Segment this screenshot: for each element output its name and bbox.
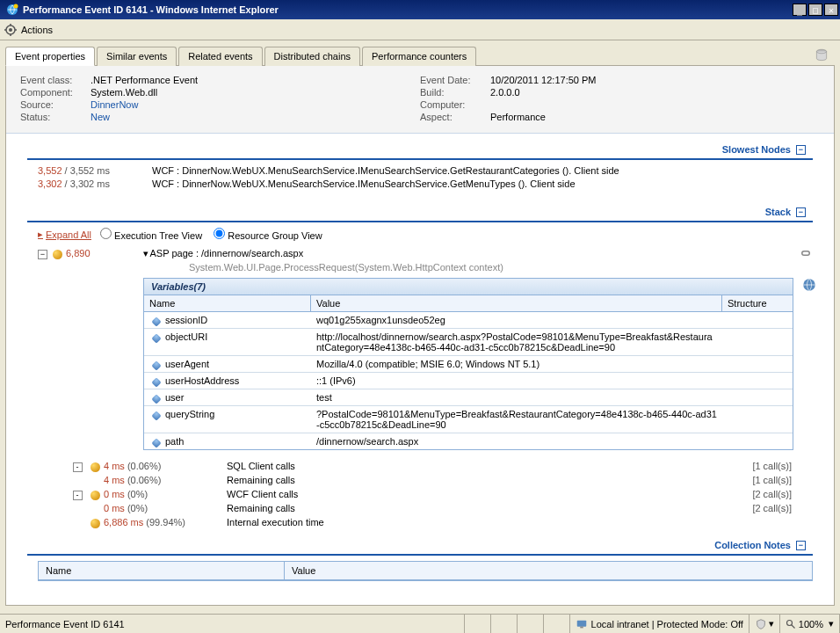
execution-tree-view-radio[interactable]: Execution Tree View <box>100 230 202 241</box>
info-label: Component: <box>20 87 91 98</box>
status-zoom[interactable]: 100% ▾ <box>780 615 840 633</box>
tab-similar-events[interactable]: Similar events <box>97 47 177 66</box>
svg-point-3 <box>9 28 12 32</box>
tree-root[interactable]: − 6,890 ▾ ASP page : /dinnernow/search.a… <box>38 246 813 260</box>
svg-rect-11 <box>576 620 586 626</box>
var-structure <box>722 389 793 405</box>
var-structure <box>722 373 793 389</box>
variable-row[interactable]: userAgentMozilla/4.0 (compatible; MSIE 6… <box>144 356 793 373</box>
info-value: 10/20/2011 12:17:50 PM <box>490 75 596 85</box>
variables-panel: Variables(7) Name Value Structure sessio… <box>143 278 793 450</box>
call-pct: (0%) <box>127 489 148 499</box>
diamond-icon <box>151 360 161 370</box>
gear-icon <box>4 23 18 37</box>
var-name: sessionID <box>165 315 207 325</box>
info-value: .NET Performance Event <box>91 75 198 85</box>
collapse-toggle[interactable]: − <box>796 541 806 550</box>
var-value: http://localhost/dinnernow/search.aspx?P… <box>311 329 722 355</box>
link-icon[interactable] <box>799 246 813 260</box>
call-ms: 6,886 ms <box>104 517 143 528</box>
slowest-nodes-list: 3,552 / 3,552 ms WCF : DinnerNow.WebUX.M… <box>38 165 813 189</box>
collapse-toggle[interactable]: − <box>796 145 806 155</box>
col-value: Value <box>311 295 722 311</box>
tab-event-properties[interactable]: Event properties <box>5 47 95 66</box>
call-row[interactable]: 4 ms (0.06%)Remaining calls[1 call(s)] <box>69 473 792 487</box>
var-structure <box>722 329 793 355</box>
status-left: Performance Event ID 6141 <box>0 615 465 633</box>
expand-all-link[interactable]: Expand All <box>38 229 91 240</box>
actions-menu[interactable]: Actions <box>21 25 53 35</box>
content-area: Event properties Similar events Related … <box>0 40 840 612</box>
call-row[interactable]: 0 ms (0%)Remaining calls[2 call(s)] <box>69 501 792 515</box>
node-desc: WCF : DinnerNow.WebUX.MenuSearchService.… <box>152 178 813 189</box>
notes-table: Name Value <box>38 561 813 581</box>
scroll-area[interactable]: Slowest Nodes − 3,552 / 3,552 ms WCF : D… <box>6 134 834 606</box>
tab-distributed-chains[interactable]: Distributed chains <box>264 47 360 66</box>
resource-group-view-radio[interactable]: Resource Group View <box>214 230 322 241</box>
col-structure: Structure <box>722 295 793 311</box>
variable-row[interactable]: queryString?PostalCode=98101&MenuType=Br… <box>144 406 793 433</box>
info-label: Event Date: <box>420 75 490 85</box>
node-time-primary: 3,552 <box>38 165 62 176</box>
info-value: Performance <box>490 112 546 122</box>
status-cell <box>544 615 570 633</box>
source-link[interactable]: DinnerNow <box>91 99 138 110</box>
tab-performance-counters[interactable]: Performance counters <box>362 47 476 66</box>
call-pct: (0.06%) <box>127 461 162 471</box>
minimize-button[interactable]: _ <box>793 4 807 16</box>
status-security-dropdown[interactable]: ▾ <box>749 615 780 633</box>
var-value: test <box>311 389 722 405</box>
info-label: Source: <box>20 99 91 110</box>
node-time-secondary: / 3,302 ms <box>65 178 110 189</box>
call-name: Remaining calls <box>227 503 713 513</box>
var-name: userHostAddress <box>165 375 239 386</box>
var-value: ::1 (IPv6) <box>311 373 722 389</box>
tree-toggle[interactable]: − <box>38 250 47 259</box>
section-stack: Stack − <box>27 203 813 222</box>
info-label: Event class: <box>20 75 91 85</box>
diamond-icon <box>151 333 161 343</box>
variables-header: Name Value Structure <box>144 295 793 312</box>
var-structure <box>722 433 793 449</box>
chevron-down-icon[interactable]: ▾ <box>143 248 148 259</box>
tabs-bar: Event properties Similar events Related … <box>5 46 835 66</box>
variable-row[interactable]: userHostAddress::1 (IPv6) <box>144 373 793 389</box>
status-cell <box>465 615 491 633</box>
call-row[interactable]: -0 ms (0%)WCF Client calls[2 call(s)] <box>69 487 792 501</box>
variable-row[interactable]: path/dinnernow/search.aspx <box>144 433 793 449</box>
shield-icon <box>755 618 767 630</box>
call-count: [2 call(s)] <box>713 489 792 499</box>
svg-rect-12 <box>580 626 583 628</box>
bullet-icon <box>91 462 100 472</box>
maximize-button[interactable]: □ <box>808 4 822 16</box>
var-structure <box>722 406 793 433</box>
call-row[interactable]: -4 ms (0.06%)SQL Client calls[1 call(s)] <box>69 459 792 473</box>
collapse-toggle[interactable]: − <box>796 207 806 217</box>
call-count: [2 call(s)] <box>713 503 792 513</box>
call-name: SQL Client calls <box>227 461 713 471</box>
var-structure <box>722 356 793 372</box>
var-value: ?PostalCode=98101&MenuType=Breakfast&Res… <box>311 406 722 433</box>
close-button[interactable]: ✕ <box>824 4 838 16</box>
variable-row[interactable]: usertest <box>144 389 793 406</box>
slow-node-row[interactable]: 3,552 / 3,552 ms WCF : DinnerNow.WebUX.M… <box>38 165 813 176</box>
col-name: Name <box>39 562 285 579</box>
diamond-icon <box>151 394 161 404</box>
menu-bar: Actions <box>0 19 840 40</box>
tab-related-events[interactable]: Related events <box>178 47 262 66</box>
diamond-icon <box>151 316 161 326</box>
call-row[interactable]: 6,886 ms (99.94%)Internal execution time <box>69 515 792 529</box>
variable-row[interactable]: sessionIDwq01g255xagnx1unsdeo52eg <box>144 312 793 329</box>
status-link[interactable]: New <box>91 112 110 122</box>
tree-toggle[interactable]: - <box>73 462 83 472</box>
var-name: queryString <box>165 409 214 419</box>
slow-node-row[interactable]: 3,302 / 3,302 ms WCF : DinnerNow.WebUX.M… <box>38 178 813 189</box>
db-icon[interactable] <box>814 47 829 63</box>
tree-toggle[interactable]: - <box>73 491 83 500</box>
bullet-icon <box>91 519 100 528</box>
section-collection-notes: Collection Notes − <box>27 536 813 556</box>
variable-row[interactable]: objectURIhttp://localhost/dinnernow/sear… <box>144 329 793 356</box>
tab-panel: Event class:.NET Performance Event Compo… <box>5 66 835 606</box>
globe-icon[interactable] <box>801 277 817 293</box>
info-label: Computer: <box>420 99 490 110</box>
